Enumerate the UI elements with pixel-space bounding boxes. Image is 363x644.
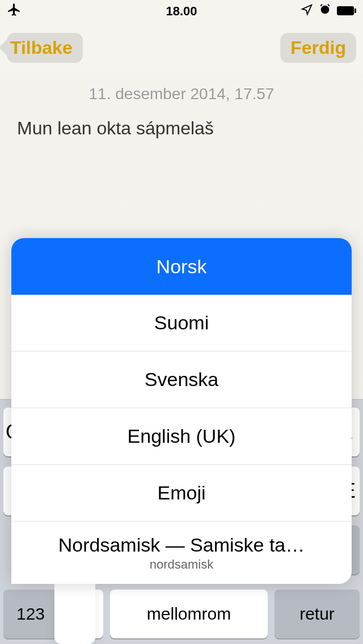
status-bar: 18.00 bbox=[0, 0, 363, 23]
language-option-label: Nordsamisk — Samiske ta… bbox=[58, 534, 305, 556]
done-button-label: Ferdig bbox=[290, 37, 346, 58]
language-option-label: Svenska bbox=[145, 368, 218, 391]
nav-bar: Tilbake Ferdig bbox=[0, 23, 363, 73]
language-picker-tail bbox=[54, 584, 95, 644]
language-option-label: English (UK) bbox=[128, 425, 236, 447]
language-option-norsk[interactable]: Norsk bbox=[11, 238, 352, 295]
back-button[interactable]: Tilbake bbox=[7, 33, 83, 63]
language-option-suomi[interactable]: Suomi bbox=[11, 295, 352, 351]
language-option-label: Suomi bbox=[154, 312, 209, 334]
space-key-label: mellomrom bbox=[147, 604, 231, 624]
language-option-label: Norsk bbox=[157, 256, 207, 278]
note-text[interactable]: Mun lean okta sápmelaš bbox=[17, 118, 346, 139]
return-key[interactable]: retur bbox=[275, 590, 360, 638]
numeric-key[interactable]: 123 bbox=[3, 590, 58, 638]
language-option-svenska[interactable]: Svenska bbox=[11, 351, 352, 408]
done-button[interactable]: Ferdig bbox=[280, 33, 356, 63]
language-option-sublabel: nordsamisk bbox=[150, 557, 213, 572]
language-option-nordsamisk[interactable]: Nordsamisk — Samiske ta… nordsamisk bbox=[11, 522, 352, 584]
language-option-english-uk[interactable]: English (UK) bbox=[11, 408, 352, 465]
language-option-label: Emoji bbox=[157, 482, 205, 504]
status-time: 18.00 bbox=[0, 4, 363, 19]
back-button-label: Tilbake bbox=[10, 37, 73, 58]
note-date: 11. desember 2014, 17.57 bbox=[17, 85, 346, 103]
language-picker-popup: Norsk Suomi Svenska English (UK) Emoji N… bbox=[11, 238, 352, 584]
return-key-label: retur bbox=[299, 604, 335, 624]
space-key[interactable]: mellomrom bbox=[110, 590, 268, 638]
numeric-key-label: 123 bbox=[16, 604, 45, 624]
language-option-emoji[interactable]: Emoji bbox=[11, 465, 352, 522]
